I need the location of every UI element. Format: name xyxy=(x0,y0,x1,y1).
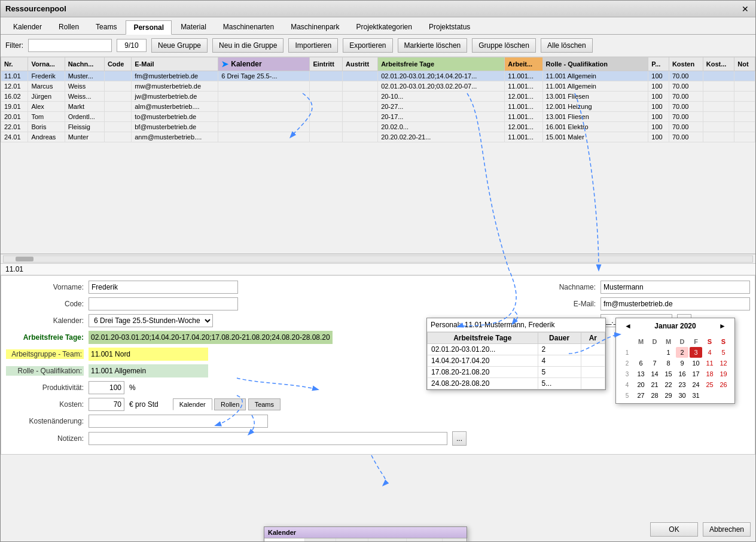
bottom-tab-kalender[interactable]: Kalender xyxy=(173,398,212,410)
tab-projektkategorien[interactable]: Projektkategorien xyxy=(349,20,420,34)
table-row[interactable]: 22.01BorisFleissigbf@musterbetrieb.de20.… xyxy=(1,122,755,132)
ktab-personal[interactable]: Personal xyxy=(368,538,407,542)
col-austritt: Austritt xyxy=(343,57,378,71)
abbrechen-button[interactable]: Abbrechen xyxy=(703,522,751,537)
importieren-button[interactable]: Importieren xyxy=(288,38,338,53)
cal-day[interactable]: 21 xyxy=(648,379,661,390)
cal-day[interactable]: 27 xyxy=(635,390,647,401)
neue-gruppe-button[interactable]: Neue Gruppe xyxy=(151,38,208,53)
prod-unit: % xyxy=(129,383,136,392)
h-scrollbar[interactable] xyxy=(1,254,755,264)
cal-day[interactable]: 1 xyxy=(662,347,675,358)
bottom-tab-teams[interactable]: Teams xyxy=(248,398,281,410)
filter-input[interactable] xyxy=(28,39,112,52)
cal-day[interactable]: 19 xyxy=(717,369,730,379)
table-row[interactable]: 20.01TomOrdentl...to@musterbetrieb.de20-… xyxy=(1,112,755,122)
rolle-value: 11.001 Allgemein xyxy=(91,367,146,375)
kalender-dropdown[interactable]: 6 Drei Tage 25.5-Stunden-Woche xyxy=(89,314,213,327)
table-row[interactable]: 24.01AndreasMunteranm@musterbetrieb....2… xyxy=(1,132,755,142)
ktab-rollen[interactable]: Rollen xyxy=(305,538,336,542)
tab-material[interactable]: Material xyxy=(173,20,214,34)
prod-input[interactable] xyxy=(89,381,124,394)
code-input[interactable] xyxy=(89,297,238,310)
ktab-material[interactable]: Material xyxy=(407,538,443,542)
markierte-loeschen-button[interactable]: Markierte löschen xyxy=(398,38,468,53)
cal-day[interactable]: 14 xyxy=(648,369,661,379)
ktab-mas[interactable]: Mas xyxy=(443,538,468,542)
cal-day[interactable]: 15 xyxy=(662,369,675,379)
cal-day[interactable]: 13 xyxy=(635,369,647,379)
code-row: Code: xyxy=(6,297,506,310)
toolbar: Filter: Neue Gruppe Neu in die Gruppe Im… xyxy=(1,35,755,57)
neu-in-gruppe-button[interactable]: Neu in die Gruppe xyxy=(212,38,284,53)
cal-prev[interactable]: ◄ xyxy=(621,321,635,331)
tab-teams[interactable]: Teams xyxy=(88,20,124,34)
list-item[interactable]: 02.01.20-03.01.20...2 xyxy=(428,344,605,355)
kosten-input[interactable] xyxy=(89,398,124,411)
cal-day[interactable]: 20 xyxy=(635,379,647,390)
ktab-teams[interactable]: Teams xyxy=(336,538,368,542)
table-row[interactable]: 12.01MarcusWeissmw@musterbetrieb.de02.01… xyxy=(1,81,755,92)
close-button[interactable]: ✕ xyxy=(740,4,751,14)
cal-day[interactable]: 29 xyxy=(662,390,675,401)
kostenänderung-input[interactable] xyxy=(89,415,268,428)
cal-day[interactable]: 30 xyxy=(676,390,688,401)
cal-day[interactable]: 9 xyxy=(676,358,688,369)
ok-button[interactable]: OK xyxy=(650,522,698,537)
cal-day[interactable]: 18 xyxy=(703,369,716,379)
cal-day[interactable]: 6 xyxy=(635,358,647,369)
table-row[interactable]: 19.01AlexMarktalm@musterbetrieb....20-27… xyxy=(1,102,755,112)
tab-rollen[interactable]: Rollen xyxy=(51,20,87,34)
cal-day[interactable]: 5 xyxy=(717,347,730,358)
scroll-thumb[interactable] xyxy=(16,257,33,261)
gruppe-loeschen-button[interactable]: Gruppe löschen xyxy=(472,38,536,53)
cal-day[interactable]: 26 xyxy=(717,379,730,390)
cal-next[interactable]: ► xyxy=(715,321,730,331)
tab-kalender[interactable]: Kalender xyxy=(5,20,50,34)
tab-personal[interactable]: Personal xyxy=(126,20,172,35)
cal-day[interactable]: 7 xyxy=(648,358,661,369)
nachname-input[interactable] xyxy=(600,281,750,294)
cal-day[interactable]: 23 xyxy=(676,379,688,390)
cal-day[interactable]: 28 xyxy=(648,390,661,401)
cal-day[interactable]: 12 xyxy=(717,358,730,369)
rolle-field[interactable]: 11.001 Allgemein xyxy=(89,364,208,377)
arbeitsgruppe-field[interactable]: 11.001 Nord xyxy=(89,348,208,361)
cal-day[interactable]: 2 xyxy=(676,347,688,358)
exportieren-button[interactable]: Exportieren xyxy=(343,38,392,53)
cal-day[interactable]: 3 xyxy=(690,347,702,358)
tab-projektstatus[interactable]: Projektstatus xyxy=(421,20,478,34)
cal-day[interactable]: 31 xyxy=(690,390,702,401)
bottom-tab-rollen[interactable]: Rollen xyxy=(214,398,246,410)
ktab-kalender[interactable]: Kalender xyxy=(264,538,305,542)
arbeitsfreie-field[interactable]: 02.01.20-03.01.20;14.04.20-17.04.20;17.0… xyxy=(89,331,333,344)
cal-day[interactable]: 8 xyxy=(662,358,675,369)
list-item[interactable]: 17.08.20-21.08.205 xyxy=(428,367,605,378)
col-kostenand: Kost... xyxy=(703,57,734,71)
list-item[interactable]: 14.04.20-17.04.204 xyxy=(428,355,605,367)
col-eintritt: Eintritt xyxy=(310,57,343,71)
vorname-input[interactable] xyxy=(89,281,238,294)
cal-day[interactable]: 17 xyxy=(690,369,702,379)
cal-day[interactable]: 16 xyxy=(676,369,688,379)
col-code: Code xyxy=(104,57,131,71)
tab-maschinenpark[interactable]: Maschinenpark xyxy=(283,20,347,34)
table-row[interactable]: 11.01FrederikMuster...fm@musterbetrieb.d… xyxy=(1,71,755,81)
tab-maschinenarten[interactable]: Maschinenarten xyxy=(215,20,282,34)
col-not: Not xyxy=(734,57,755,71)
notizen-dots-button[interactable]: ... xyxy=(452,431,467,446)
cal-day[interactable]: 24 xyxy=(690,379,702,390)
alle-loeschen-button[interactable]: Alle löschen xyxy=(541,38,593,53)
cal-day[interactable]: 25 xyxy=(703,379,716,390)
arbeitsfreie-table: Arbeitsfreie Tage Dauer Ar 02.01.20-03.0… xyxy=(427,332,605,389)
list-item[interactable]: 24.08.20-28.08.205... xyxy=(428,378,605,389)
notizen-input[interactable] xyxy=(89,432,447,445)
email-input[interactable] xyxy=(600,297,750,310)
cal-day[interactable]: 10 xyxy=(690,358,702,369)
calendar-widget: ◄ Januar 2020 ► MDMDFSS11234526789101112… xyxy=(615,318,735,404)
table-row[interactable]: 16.02JürgenWeiss...jw@musterbetrieb.de20… xyxy=(1,92,755,102)
cal-day[interactable]: 22 xyxy=(662,379,675,390)
cal-day[interactable]: 11 xyxy=(703,358,716,369)
cal-week-row: 26789101112 xyxy=(621,358,730,369)
cal-day[interactable]: 4 xyxy=(703,347,716,358)
